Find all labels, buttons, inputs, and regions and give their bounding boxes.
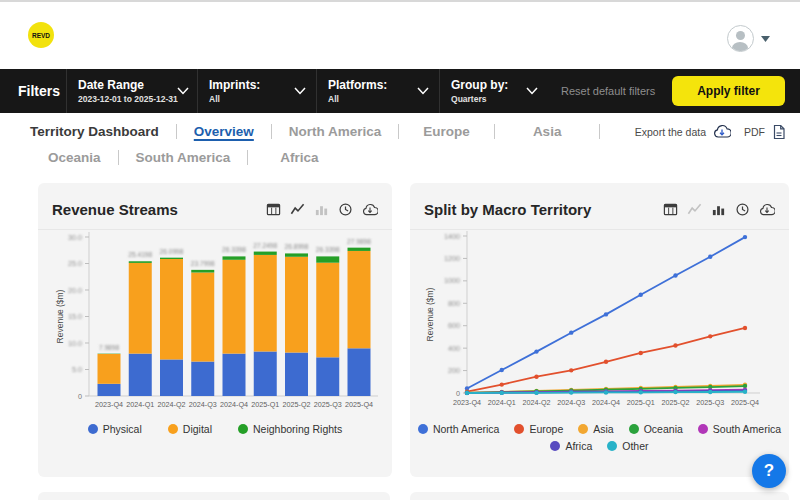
history-clock-icon[interactable]	[735, 202, 750, 217]
legend-item-neighboring-rights[interactable]: Neighboring Rights	[238, 423, 342, 435]
filter-platforms[interactable]: Platforms:All	[317, 69, 440, 113]
svg-text:2025-Q3: 2025-Q3	[696, 398, 724, 407]
svg-text:2024-Q3: 2024-Q3	[557, 398, 585, 407]
svg-text:26.3398: 26.3398	[222, 246, 246, 253]
legend-item-africa[interactable]: Africa	[550, 440, 592, 452]
history-clock-icon[interactable]	[338, 202, 353, 217]
svg-text:2024-Q1: 2024-Q1	[126, 400, 154, 409]
macro-territory-card: Split by Macro Territory 020040060080010…	[410, 183, 789, 477]
tab-south-america[interactable]: South America	[136, 150, 231, 165]
filter-sections: Date Range2023-12-01 to 2025-12-31Imprin…	[66, 69, 548, 113]
filter-value: All	[328, 94, 417, 104]
svg-text:Revenue ($m): Revenue ($m)	[55, 289, 65, 343]
svg-text:2025-Q1: 2025-Q1	[251, 400, 279, 409]
legend-dot	[607, 441, 617, 451]
legend-item-other[interactable]: Other	[607, 440, 648, 452]
tab-asia[interactable]: Asia	[533, 124, 562, 139]
svg-text:5.0: 5.0	[72, 365, 82, 374]
legend-item-europe[interactable]: Europe	[514, 423, 563, 435]
filters-title: Filters	[18, 83, 60, 99]
filter-label: Platforms:	[328, 78, 417, 92]
export-data-label[interactable]: Export the data	[635, 126, 706, 138]
legend-dot	[238, 424, 248, 434]
svg-text:20.0: 20.0	[68, 286, 82, 295]
filter-group-by[interactable]: Group by:Quarters	[440, 69, 548, 113]
svg-text:25.4198: 25.4198	[128, 251, 152, 258]
svg-text:2024-Q3: 2024-Q3	[189, 400, 217, 409]
svg-text:0: 0	[78, 392, 82, 401]
legend-dot	[88, 424, 98, 434]
svg-text:2024-Q1: 2024-Q1	[488, 398, 516, 407]
svg-text:1000: 1000	[444, 276, 460, 285]
line-chart-view-icon[interactable]	[687, 202, 702, 217]
svg-text:30.0: 30.0	[68, 233, 82, 242]
export-cloud-download-icon[interactable]	[713, 124, 731, 139]
legend-item-digital[interactable]: Digital	[168, 423, 212, 435]
bar-chart-view-icon[interactable]	[314, 202, 329, 217]
download-chart-icon[interactable]	[759, 202, 775, 217]
legend-label: Digital	[183, 423, 212, 435]
user-menu[interactable]	[727, 25, 770, 52]
pdf-label[interactable]: PDF	[744, 126, 765, 138]
revenue-streams-bar-chart: 05.010.015.020.025.030.0Revenue ($m)7.98…	[38, 230, 392, 412]
filter-date-range[interactable]: Date Range2023-12-01 to 2025-12-31	[66, 69, 198, 113]
legend-item-asia[interactable]: Asia	[578, 423, 613, 435]
table-view-icon[interactable]	[266, 202, 281, 217]
chart-toolbar	[663, 202, 775, 217]
svg-text:2025-Q3: 2025-Q3	[314, 400, 342, 409]
svg-text:Revenue ($m): Revenue ($m)	[425, 287, 435, 341]
tab-territory-dashboard[interactable]: Territory Dashboard	[30, 124, 159, 139]
legend-item-oceania[interactable]: Oceania	[629, 423, 683, 435]
legend-item-north-america[interactable]: North America	[418, 423, 500, 435]
legend-label: Oceania	[644, 423, 683, 435]
pdf-document-icon[interactable]	[772, 124, 786, 140]
tab-africa[interactable]: Africa	[280, 150, 318, 165]
revd-logo[interactable]: REVD	[28, 22, 54, 48]
filter-bar: Filters Date Range2023-12-01 to 2025-12-…	[0, 69, 800, 113]
tab-europe[interactable]: Europe	[423, 124, 470, 139]
svg-text:2024-Q2: 2024-Q2	[523, 398, 551, 407]
apply-filter-button[interactable]: Apply filter	[672, 76, 785, 106]
svg-text:2023-Q4: 2023-Q4	[453, 398, 481, 407]
legend-dot	[168, 424, 178, 434]
legend-item-physical[interactable]: Physical	[88, 423, 142, 435]
svg-text:2025-Q1: 2025-Q1	[627, 398, 655, 407]
svg-text:2025-Q2: 2025-Q2	[662, 398, 690, 407]
svg-text:26.3398: 26.3398	[316, 246, 340, 253]
tab-north-america[interactable]: North America	[289, 124, 382, 139]
svg-text:1200: 1200	[444, 254, 460, 263]
svg-text:600: 600	[448, 321, 460, 330]
legend-item-south-america[interactable]: South America	[698, 423, 781, 435]
bar-chart-view-icon[interactable]	[711, 202, 726, 217]
tab-separator	[247, 150, 248, 165]
svg-text:23.7998: 23.7998	[191, 260, 215, 267]
svg-text:15.0: 15.0	[68, 312, 82, 321]
filter-label: Group by:	[451, 78, 526, 92]
reset-filters-link[interactable]: Reset default filters	[561, 85, 655, 97]
tab-overview[interactable]: Overview	[194, 124, 254, 139]
help-button[interactable]: ?	[752, 454, 786, 488]
table-view-icon[interactable]	[663, 202, 678, 217]
macro-territory-line-chart: 0200400600800100012001400Revenue ($m)202…	[410, 230, 789, 412]
svg-text:2024-Q4: 2024-Q4	[592, 398, 620, 407]
svg-text:26.0998: 26.0998	[160, 248, 184, 255]
chevron-down-icon	[526, 87, 538, 95]
macro-territory-legend: North AmericaEuropeAsiaOceaniaSouth Amer…	[410, 423, 789, 452]
revenue-streams-card: Revenue Streams 05.010.015.020.025.030.0…	[38, 183, 392, 477]
svg-text:2024-Q4: 2024-Q4	[220, 400, 248, 409]
legend-label: South America	[713, 423, 781, 435]
tab-separator	[176, 124, 177, 139]
svg-text:400: 400	[448, 344, 460, 353]
svg-text:25.0: 25.0	[68, 259, 82, 268]
chevron-down-icon	[294, 87, 306, 95]
legend-dot	[578, 424, 588, 434]
legend-label: Africa	[565, 440, 592, 452]
dashboard-page: REVD Filters Date Range2023-12-01 to 202…	[0, 0, 800, 500]
download-chart-icon[interactable]	[362, 202, 378, 217]
filter-label: Imprints:	[209, 78, 294, 92]
svg-text:1400: 1400	[444, 232, 460, 241]
tab-oceania[interactable]: Oceania	[48, 150, 101, 165]
line-chart-view-icon[interactable]	[290, 202, 305, 217]
svg-text:2025-Q2: 2025-Q2	[283, 400, 311, 409]
filter-imprints[interactable]: Imprints:All	[198, 69, 317, 113]
